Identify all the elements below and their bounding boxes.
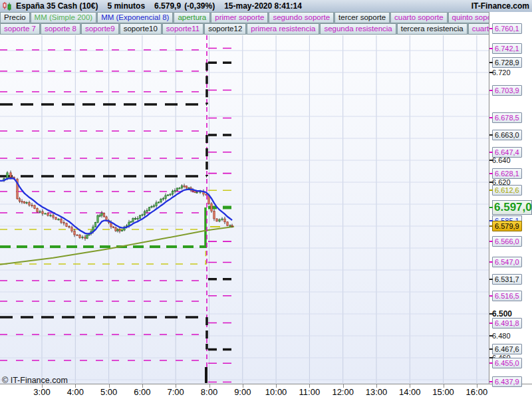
candle-body xyxy=(162,198,164,199)
candle-body xyxy=(42,211,43,213)
price-label: 6.597,0 xyxy=(492,200,532,215)
time-label: 11:00 xyxy=(295,387,324,397)
toolbar-button[interactable]: MM (Simple 200) xyxy=(31,12,97,23)
toolbar-button[interactable]: cuarto soporte xyxy=(390,12,448,23)
candle-body xyxy=(174,191,176,192)
price-axis-tick xyxy=(489,261,493,263)
price-label: 6.742,1 xyxy=(492,43,522,54)
price-label: 6.663,0 xyxy=(492,130,522,140)
candle-body xyxy=(53,215,54,217)
brand-link[interactable]: IT-Finance.com xyxy=(471,1,529,11)
price-axis[interactable]: 6.7206.6406.6206.5006.4806.4606.585,16.7… xyxy=(489,12,532,384)
time-label: 14:00 xyxy=(395,387,424,397)
toolbar-button[interactable]: segunda resistencia xyxy=(320,23,396,35)
price-label: 6.566,0 xyxy=(492,236,522,247)
candle-body xyxy=(160,199,162,201)
toolbar-button[interactable]: tercera resistencia xyxy=(397,23,467,35)
candle-body xyxy=(227,222,228,226)
candle-body xyxy=(101,213,102,215)
time-label: 3:00 xyxy=(27,387,57,397)
price-label: 6.516,5 xyxy=(492,291,522,301)
price-axis-tick xyxy=(489,134,493,136)
time-label: 15:00 xyxy=(429,387,458,397)
price-label: 6.455,0 xyxy=(492,358,522,368)
price-axis-tick xyxy=(489,295,493,297)
candle-body xyxy=(103,213,104,217)
toolbar-button[interactable]: soporte12 xyxy=(204,23,246,35)
candle-body xyxy=(37,209,38,212)
price-label: 6.547,0 xyxy=(492,257,522,267)
toolbar-button[interactable]: Precio xyxy=(0,12,30,23)
toolbar-button[interactable]: MM (Exponencial 8) xyxy=(97,12,173,23)
price-axis-tick xyxy=(489,357,493,358)
timeframe-label: 5 minutos xyxy=(107,1,145,11)
candle-body xyxy=(10,173,11,177)
price-axis-tick xyxy=(489,62,493,63)
candle-body xyxy=(31,205,33,205)
price-label: 6.678,5 xyxy=(492,112,522,123)
candle-body xyxy=(213,211,215,219)
toolbar-button[interactable]: soporte11 xyxy=(162,23,203,35)
candle-body xyxy=(82,237,83,237)
candle-body xyxy=(229,225,231,226)
price-label: 6.728,9 xyxy=(492,57,522,68)
price-axis-tick xyxy=(489,335,493,336)
candle-body xyxy=(134,218,136,219)
candle-body xyxy=(39,211,41,212)
candle-body xyxy=(181,186,182,188)
candle-body xyxy=(26,202,27,203)
toolbar-button[interactable]: primer soporte xyxy=(211,12,268,23)
price-label: 6.579,9 xyxy=(492,221,522,231)
toolbar-button[interactable]: tercer soporte xyxy=(334,12,390,23)
price-axis-tick xyxy=(489,313,493,315)
toolbar-button[interactable]: soporte 8 xyxy=(41,23,80,35)
price-label: 6.480 xyxy=(492,331,511,340)
candle-body xyxy=(224,219,225,222)
candle-body xyxy=(165,196,166,198)
candle-body xyxy=(115,227,116,231)
price-label: 6.437,9 xyxy=(492,376,522,387)
candle-body xyxy=(144,211,145,215)
candle-body xyxy=(29,202,30,205)
candle-body xyxy=(23,201,25,203)
candle-body xyxy=(61,219,62,223)
toolbar-button[interactable]: segundo soporte xyxy=(269,12,334,23)
toolbar-button[interactable]: soporte 7 xyxy=(0,23,40,35)
price-axis-tick xyxy=(489,190,493,191)
price-axis-tick xyxy=(489,241,493,242)
candle-body xyxy=(7,173,8,179)
candle-body xyxy=(84,237,86,238)
chart-canvas[interactable] xyxy=(0,35,489,384)
price-label: 6.703,9 xyxy=(492,85,522,96)
candle-body xyxy=(151,206,152,207)
candle-body xyxy=(74,231,75,235)
price-axis-tick xyxy=(489,28,493,29)
candle-body xyxy=(176,188,178,191)
candle-body xyxy=(132,219,134,221)
toolbar-button[interactable]: quinto soporte xyxy=(448,12,489,23)
toolbar-button[interactable]: soporte10 xyxy=(120,23,162,35)
toolbar-button[interactable]: primera resistencia xyxy=(247,23,319,35)
price-label: 6.760,1 xyxy=(492,23,522,34)
time-axis[interactable]: 3:004:005:006:007:008:009:0010:0011:0012… xyxy=(0,384,532,399)
candle-body xyxy=(19,199,20,201)
separator-base-bar xyxy=(205,367,207,383)
time-label: 16:00 xyxy=(462,387,491,397)
toolbar-button[interactable]: cuarta resistencia xyxy=(468,23,489,35)
datetime-readout: 15-may-2020 8:41:14 xyxy=(224,1,302,11)
candle-body xyxy=(137,218,138,219)
price-label: 6.500 xyxy=(492,309,512,319)
price-label: 6.612,6 xyxy=(492,185,522,196)
candle-body xyxy=(216,219,217,221)
candle-body xyxy=(71,227,72,231)
candle-body xyxy=(231,225,233,226)
time-label: 13:00 xyxy=(362,387,391,397)
price-axis-tick xyxy=(489,323,493,324)
price-axis-tick xyxy=(489,152,493,153)
candle-body xyxy=(219,219,220,221)
toolbar-button[interactable]: soporte9 xyxy=(81,23,119,35)
candle-body xyxy=(139,215,140,218)
time-label: 6:00 xyxy=(128,387,157,397)
toolbar-button[interactable]: apertura xyxy=(174,12,210,23)
candle-body xyxy=(94,222,96,227)
